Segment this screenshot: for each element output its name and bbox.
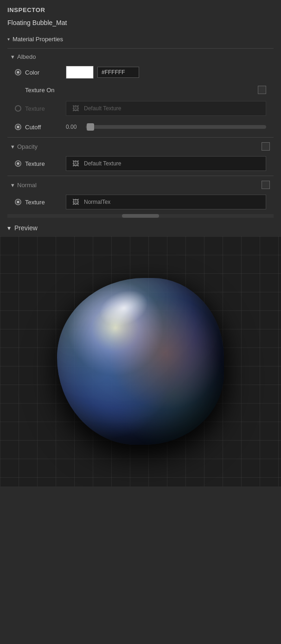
albedo-section-header[interactable]: ▾ Albedo — [0, 51, 281, 63]
albedo-texture-row: Texture 🖼 Default Texture — [0, 98, 281, 119]
opacity-texture-label: Texture — [25, 160, 62, 167]
scrollbar-thumb[interactable] — [122, 214, 159, 218]
opacity-section-header[interactable]: ▾ Opacity — [0, 139, 281, 153]
normal-texture-radio[interactable] — [15, 199, 21, 205]
normal-texture-btn[interactable]: 🖼 NormalTex — [66, 195, 266, 209]
albedo-chevron: ▾ — [11, 53, 14, 60]
color-swatch[interactable] — [66, 66, 94, 79]
bubble-container — [0, 236, 281, 486]
opacity-label: Opacity — [17, 143, 38, 150]
preview-canvas — [0, 236, 281, 486]
normal-texture-icon: 🖼 — [71, 197, 80, 207]
color-row: Color — [0, 63, 281, 82]
cutoff-slider-track[interactable] — [86, 125, 266, 129]
color-hex-input[interactable] — [97, 67, 139, 78]
opacity-chevron: ▾ — [11, 143, 14, 150]
opacity-checkbox[interactable] — [262, 142, 270, 151]
normal-section-header[interactable]: ▾ Normal — [0, 178, 281, 192]
normal-label: Normal — [17, 182, 37, 189]
cutoff-value: 0.00 — [66, 124, 82, 130]
color-radio[interactable] — [15, 69, 21, 76]
color-label: Color — [25, 69, 62, 76]
divider-1 — [7, 48, 274, 49]
texture-on-label: Texture On — [25, 87, 62, 94]
material-name: Floating Bubble_Mat — [0, 17, 281, 32]
albedo-texture-btn[interactable]: 🖼 Default Texture — [66, 101, 266, 116]
albedo-texture-icon: 🖼 — [71, 104, 80, 113]
preview-chevron: ▾ — [7, 224, 11, 232]
albedo-texture-label: Texture — [25, 105, 62, 112]
preview-label: Preview — [14, 224, 38, 232]
normal-texture-label: Texture — [25, 199, 62, 206]
cutoff-label: Cutoff — [25, 124, 62, 131]
albedo-label: Albedo — [17, 53, 36, 60]
preview-section-header[interactable]: ▾ Preview — [0, 220, 281, 236]
cutoff-row: Cutoff 0.00 — [0, 119, 281, 135]
material-properties-label: Material Properties — [13, 36, 63, 43]
normal-texture-value: NormalTex — [84, 199, 110, 205]
scroll-area[interactable] — [7, 214, 274, 218]
opacity-texture-btn[interactable]: 🖼 Default Texture — [66, 156, 266, 171]
normal-checkbox[interactable] — [262, 181, 270, 189]
divider-3 — [7, 176, 274, 176]
opacity-texture-icon: 🖼 — [71, 159, 80, 168]
cutoff-radio[interactable] — [15, 124, 21, 130]
material-properties-chevron: ▾ — [7, 37, 10, 42]
opacity-texture-radio[interactable] — [15, 160, 21, 167]
cutoff-slider-container: 0.00 — [66, 124, 266, 130]
albedo-texture-value: Default Texture — [84, 105, 121, 112]
bubble-preview — [57, 278, 224, 445]
divider-2 — [7, 137, 274, 138]
albedo-texture-radio[interactable] — [15, 105, 21, 112]
texture-on-checkbox[interactable] — [258, 86, 266, 94]
normal-chevron: ▾ — [11, 182, 14, 189]
normal-texture-row: Texture 🖼 NormalTex — [0, 192, 281, 212]
material-properties-section-header[interactable]: ▾ Material Properties — [0, 32, 281, 46]
preview-section: ▾ Preview — [0, 220, 281, 486]
cutoff-slider-thumb[interactable] — [87, 123, 94, 131]
opacity-texture-row: Texture 🖼 Default Texture — [0, 153, 281, 174]
inspector-title: INSPECTOR — [0, 0, 281, 17]
texture-on-row: Texture On — [0, 82, 281, 98]
opacity-texture-value: Default Texture — [84, 160, 121, 167]
